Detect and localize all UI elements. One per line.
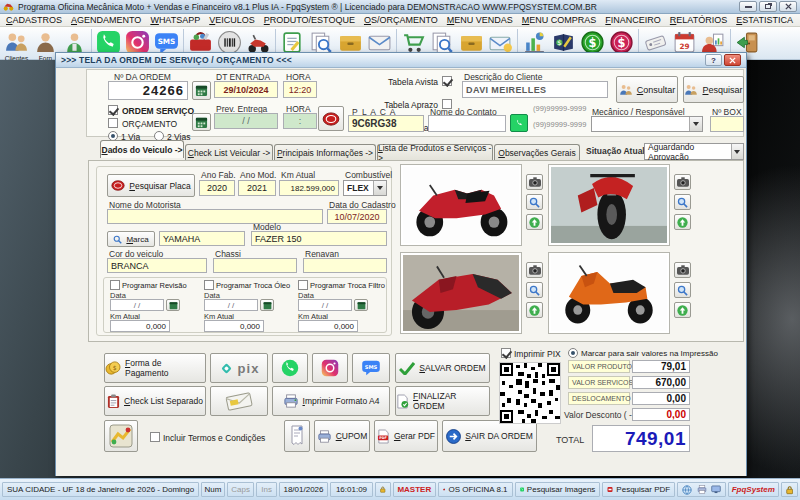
- revisao-km-field[interactable]: 0,000: [110, 320, 170, 332]
- cliente-field[interactable]: DAVI MEIRELLES: [462, 81, 608, 98]
- whatsapp-contact-button[interactable]: [510, 114, 528, 132]
- menu-estatistica[interactable]: ESTATISTICA: [736, 15, 793, 25]
- menu-veiculos[interactable]: VEICULOS: [209, 15, 255, 25]
- window-help-button[interactable]: ?: [705, 54, 722, 66]
- dt-entrada-field[interactable]: 29/10/2024: [214, 81, 278, 98]
- photo4-zoom-button[interactable]: [674, 282, 691, 298]
- prev-entrega-field[interactable]: / /: [214, 113, 278, 129]
- photo1-upload-button[interactable]: [526, 214, 543, 230]
- menu-cadastros[interactable]: CADASTROS: [6, 15, 62, 25]
- forma-pagamento-button[interactable]: $ Forma de Pagamento: [104, 353, 206, 383]
- envelope-button[interactable]: [210, 386, 268, 416]
- menu-agendamento[interactable]: AGENDAMENTO: [71, 15, 141, 25]
- status-search-images[interactable]: Pesquisar Imagens: [515, 482, 601, 497]
- fone1-placeholder[interactable]: (99)99999-9999: [533, 104, 586, 113]
- checklist-separado-button[interactable]: Check List Separado: [104, 386, 206, 416]
- marcar-impressao-radio[interactable]: [568, 348, 578, 358]
- salvar-ordem-button[interactable]: SALVAR ORDEM: [395, 353, 490, 383]
- imprimir-a4-button[interactable]: Imprimir Formato A4: [272, 386, 390, 416]
- dt-entrada-calendar-button[interactable]: [192, 81, 211, 100]
- filtro-data-field[interactable]: / /: [298, 299, 352, 311]
- marca-button[interactable]: Marca: [107, 231, 155, 247]
- close-button[interactable]: [779, 1, 797, 12]
- instagram-share-button[interactable]: [312, 353, 348, 383]
- window-close-button[interactable]: [724, 54, 741, 66]
- revisao-calendar-button[interactable]: [166, 299, 180, 311]
- programar-troca-filtro-checkbox[interactable]: [298, 280, 308, 290]
- tab-lista-produtos-servicos[interactable]: Lista de Produtos e Serviços ->: [377, 144, 493, 160]
- programar-revisao-checkbox[interactable]: [110, 280, 120, 290]
- toolbar-clientes-icon[interactable]: Clientes: [2, 28, 31, 56]
- marca-field[interactable]: YAMAHA: [159, 231, 245, 246]
- prev-hora-field[interactable]: :: [283, 113, 317, 129]
- tab-observacoes-gerais[interactable]: Observações Gerais: [494, 144, 580, 160]
- recibo-button[interactable]: [284, 420, 310, 452]
- modelo-field[interactable]: FAZER 150: [251, 231, 387, 246]
- ano-fab-field[interactable]: 2020: [199, 180, 235, 196]
- placa-field[interactable]: 9C6RG38: [348, 115, 424, 132]
- mecanico-dropdown[interactable]: [591, 116, 703, 132]
- mapa-button[interactable]: [104, 420, 138, 452]
- pix-button[interactable]: pix: [210, 353, 268, 383]
- photo3-upload-button[interactable]: [526, 302, 543, 318]
- menu-produto-estoque[interactable]: PRODUTO/ESTOQUE: [264, 15, 355, 25]
- photo2-zoom-button[interactable]: [674, 194, 691, 210]
- pesquisar-button[interactable]: Pesquisar: [683, 76, 744, 103]
- photo1-camera-button[interactable]: [526, 174, 543, 190]
- whatsapp-share-button[interactable]: [272, 353, 308, 383]
- oleo-km-field[interactable]: 0,000: [204, 320, 264, 332]
- minimize-button[interactable]: [739, 1, 757, 12]
- photo2-camera-button[interactable]: [674, 174, 691, 190]
- tab-dados-veiculo[interactable]: Dados do Veiculo ->: [100, 140, 184, 158]
- cadastro-field[interactable]: 10/07/2020: [327, 209, 387, 224]
- tab-checklist-veicular[interactable]: Check List Veicular ->: [185, 144, 273, 160]
- filtro-calendar-button[interactable]: [354, 299, 368, 311]
- photo2-upload-button[interactable]: [674, 214, 691, 230]
- nome-contato-field[interactable]: [428, 115, 506, 132]
- sms-share-button[interactable]: SMS: [352, 353, 390, 383]
- imprimir-pix-checkbox[interactable]: [501, 348, 511, 358]
- photo3-camera-button[interactable]: [526, 262, 543, 278]
- filtro-km-field[interactable]: 0,000: [298, 320, 358, 332]
- situacao-dropdown[interactable]: Aguardando Aprovação: [644, 143, 744, 160]
- num-ordem-field[interactable]: 24266: [108, 81, 188, 100]
- orcamento-checkbox[interactable]: [108, 118, 118, 128]
- prev-entrega-calendar-button[interactable]: [192, 113, 211, 131]
- box-field[interactable]: [710, 116, 744, 132]
- menu-relatorios[interactable]: RELATÓRIOS: [670, 15, 727, 25]
- chassi-field[interactable]: [213, 258, 297, 273]
- oleo-data-field[interactable]: / /: [204, 299, 258, 311]
- menu-whatsapp[interactable]: WHATSAPP: [150, 15, 200, 25]
- hora-field[interactable]: 12:20: [283, 81, 317, 98]
- tab-principais-informacoes[interactable]: Principais Informações ->: [274, 144, 376, 160]
- gerar-pdf-button[interactable]: PDF Gerar PDF: [374, 420, 438, 452]
- pesquisar-placa-button[interactable]: Pesquisar Placa: [107, 174, 195, 197]
- restore-button[interactable]: [759, 1, 777, 12]
- menu-os-orcamento[interactable]: OS/ORÇAMENTO: [364, 15, 438, 25]
- revisao-data-field[interactable]: / /: [110, 299, 164, 311]
- consultar-button[interactable]: Consultar: [616, 76, 678, 103]
- km-atual-field[interactable]: 182.599,000: [279, 180, 339, 196]
- renavan-field[interactable]: [303, 258, 387, 273]
- photo3-zoom-button[interactable]: [526, 282, 543, 298]
- menu-vendas[interactable]: MENU VENDAS: [447, 15, 513, 25]
- combustivel-dropdown[interactable]: FLEX: [343, 180, 387, 196]
- photo4-upload-button[interactable]: [674, 302, 691, 318]
- photo1-zoom-button[interactable]: [526, 194, 543, 210]
- menu-financeiro[interactable]: FINANCEIRO: [605, 15, 661, 25]
- tabela-avista-checkbox[interactable]: [442, 76, 452, 86]
- ordem-servico-checkbox[interactable]: [108, 105, 118, 115]
- ano-mod-field[interactable]: 2021: [238, 180, 276, 196]
- cor-field[interactable]: BRANCA: [107, 258, 207, 273]
- oleo-calendar-button[interactable]: [260, 299, 274, 311]
- finalizar-ordem-button[interactable]: FINALIZAR ORDEM: [395, 386, 490, 416]
- motorista-field[interactable]: [107, 209, 323, 224]
- placa-brand-button[interactable]: [318, 106, 344, 131]
- menu-compras[interactable]: MENU COMPRAS: [522, 15, 597, 25]
- photo4-camera-button[interactable]: [674, 262, 691, 278]
- incluir-termos-checkbox[interactable]: [150, 432, 160, 442]
- cupom-button[interactable]: CUPOM: [314, 420, 370, 452]
- fone2-placeholder[interactable]: (99)99999-9999: [533, 120, 586, 129]
- status-search-pdf[interactable]: Pesquisar PDF: [602, 482, 675, 497]
- programar-troca-oleo-checkbox[interactable]: [204, 280, 214, 290]
